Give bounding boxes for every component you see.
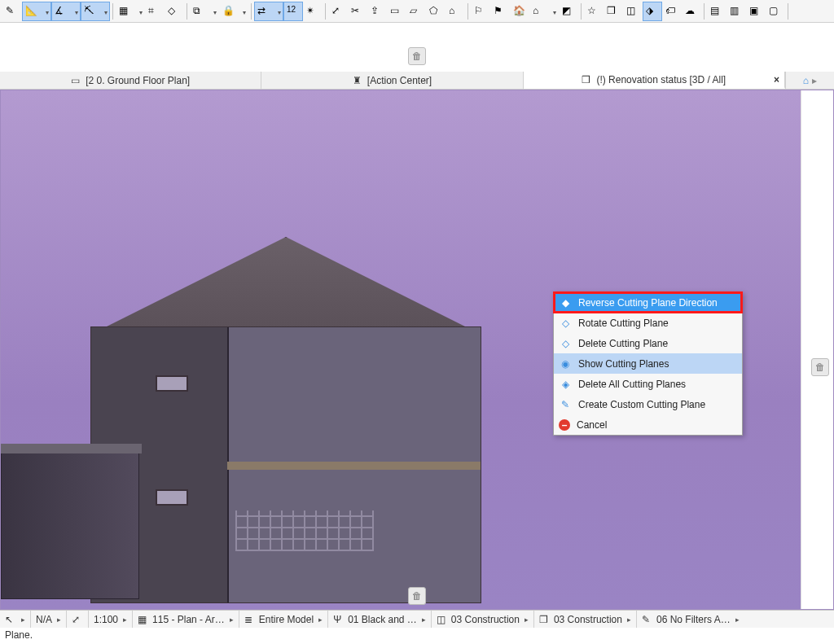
menu-reverse-cutting-plane[interactable]: ◆ Reverse Cutting Plane Direction: [554, 292, 742, 313]
edit2-icon[interactable]: ✂: [348, 2, 367, 21]
trash-drop-right-icon[interactable]: 🗑: [811, 358, 829, 376]
show-planes-icon: ◉: [559, 357, 572, 370]
chevron-right-icon[interactable]: ▸: [812, 75, 817, 86]
pencil-icon: ✎: [642, 614, 653, 625]
toggle1-icon[interactable]: ⇄: [254, 2, 283, 21]
status-mvo3-label: 03 Construction: [554, 614, 622, 625]
building-model: [50, 237, 473, 610]
menu-label: Cancel: [577, 419, 607, 431]
zoom-icon: ⤢: [72, 614, 83, 625]
floorplan-icon: ▭: [71, 75, 82, 86]
action-center-icon: ♜: [353, 75, 364, 86]
status-zoom[interactable]: ⤢: [67, 611, 89, 628]
edit4-icon[interactable]: ▭: [387, 2, 406, 21]
menu-create-custom-cutting-plane[interactable]: ✎ Create Custom Cutting Plane: [554, 394, 742, 414]
flag1-icon[interactable]: ⚐: [471, 2, 490, 21]
status-penset[interactable]: ▦115 - Plan - Ar…▸: [133, 611, 239, 628]
lock-icon[interactable]: 🔒: [219, 2, 248, 21]
door-icon[interactable]: ▢: [766, 2, 785, 21]
status-scale[interactable]: 1:100▸: [89, 611, 133, 628]
cloud-house-icon[interactable]: ⌂: [529, 2, 559, 21]
status-mvo1[interactable]: Ψ01 Black and …▸: [328, 611, 432, 628]
home-icon[interactable]: ⌂: [446, 2, 465, 21]
main-toolbar: ✎ 📐 ∡ ⛏ ▦ ⌗ ◇ ⧉ 🔒 ⇄ 12 ✴ ⤢ ✂ ⇪ ▭ ▱ ⬠ ⌂ ⚐…: [0, 0, 834, 23]
menu-label: Rotate Cutting Plane: [578, 318, 669, 329]
section-icon[interactable]: ◫: [623, 2, 643, 21]
cutting-plane-icon[interactable]: ⬗: [643, 2, 662, 21]
reverse-plane-icon: ◆: [559, 296, 572, 309]
snap1-icon[interactable]: ⌗: [145, 2, 165, 21]
star-icon[interactable]: ☆: [584, 2, 604, 21]
menu-label: Show Cutting Planes: [578, 358, 669, 370]
edit3-icon[interactable]: ⇪: [367, 2, 387, 21]
status-mvo1-label: 01 Black and …: [348, 614, 417, 625]
status-penset-label: 115 - Plan - Ar…: [152, 614, 225, 625]
menu-delete-all-cutting-planes[interactable]: ◈ Delete All Cutting Planes: [554, 374, 742, 394]
tab-floor-plan[interactable]: ▭ [2 0. Ground Floor Plan]: [0, 72, 261, 89]
status-filters-label: 06 No Filters A…: [656, 614, 731, 625]
angle-tool-icon[interactable]: ∡: [51, 2, 81, 21]
edit5-icon[interactable]: ▱: [406, 2, 426, 21]
window-icon[interactable]: ▣: [746, 2, 766, 21]
trash-drop-top-icon[interactable]: 🗑: [408, 47, 426, 65]
menu-rotate-cutting-plane[interactable]: ◇ Rotate Cutting Plane: [554, 313, 742, 333]
side-panel-strip: [801, 90, 833, 609]
tab-label: (!) Renovation status [3D / All]: [596, 74, 726, 85]
cursor-icon: ↖: [5, 614, 16, 625]
status-na[interactable]: N/A▸: [31, 611, 67, 628]
cube-icon[interactable]: ◩: [559, 2, 578, 21]
close-tab-icon[interactable]: ×: [774, 74, 779, 85]
tab-action-center[interactable]: ♜ [Action Center]: [261, 72, 523, 89]
hint-bar: Plane.: [0, 628, 834, 644]
pen-icon: ▦: [138, 614, 149, 625]
snap2-icon[interactable]: ◇: [165, 2, 184, 21]
layer-icon: ❐: [539, 614, 551, 625]
status-scale-label: 1:100: [94, 614, 118, 625]
status-mvo2-label: 03 Construction: [451, 614, 520, 625]
tag-icon[interactable]: 🏷: [662, 2, 682, 21]
hint-text: Plane.: [5, 629, 33, 641]
level-tool-icon[interactable]: ⛏: [81, 2, 110, 21]
grid-tool-icon[interactable]: ▦: [116, 2, 145, 21]
status-cursor[interactable]: ↖▸: [0, 611, 31, 628]
hatch2-icon[interactable]: ▥: [726, 2, 746, 21]
fork-icon: Ψ: [333, 614, 345, 625]
menu-delete-cutting-plane[interactable]: ◇ Delete Cutting Plane: [554, 333, 742, 353]
status-filters[interactable]: ✎06 No Filters A…▸: [637, 611, 834, 628]
status-mvo3[interactable]: ❐03 Construction▸: [534, 611, 637, 628]
menu-label: Delete All Cutting Planes: [578, 379, 686, 390]
cutting-plane-context-menu: ◆ Reverse Cutting Plane Direction ◇ Rota…: [553, 291, 743, 436]
cloud-icon[interactable]: ☁: [682, 2, 701, 21]
house1-icon[interactable]: 🏠: [510, 2, 529, 21]
hatch1-icon[interactable]: ▤: [707, 2, 726, 21]
tab-label: [Action Center]: [367, 75, 432, 86]
edit1-icon[interactable]: ⤢: [328, 2, 348, 21]
tab-renovation-3d[interactable]: ❒ (!) Renovation status [3D / All] ×: [524, 72, 785, 89]
section-s-icon: ◫: [437, 614, 448, 625]
delete-all-planes-icon: ◈: [559, 378, 572, 391]
status-model[interactable]: ≣Entire Model▸: [239, 611, 328, 628]
star-net-icon[interactable]: ✴: [303, 2, 323, 21]
status-mvo2[interactable]: ◫03 Construction▸: [432, 611, 534, 628]
house-blue-icon[interactable]: ⌂: [803, 75, 809, 86]
delete-plane-icon: ◇: [559, 337, 572, 350]
eyedropper-tool-icon[interactable]: ✎: [2, 2, 22, 21]
menu-label: Delete Cutting Plane: [578, 338, 668, 349]
measure-tool-icon[interactable]: 📐: [22, 2, 51, 21]
custom-plane-icon: ✎: [559, 398, 572, 411]
menu-cancel[interactable]: – Cancel: [554, 414, 742, 435]
group1-icon[interactable]: ⧉: [190, 2, 219, 21]
ruler12-icon[interactable]: 12: [283, 2, 303, 21]
status-na-label: N/A: [36, 614, 52, 625]
edit6-icon[interactable]: ⬠: [426, 2, 446, 21]
cube-icon: ❒: [582, 74, 593, 85]
tab-dock-controls: ⌂ ▸: [785, 72, 834, 89]
status-model-label: Entire Model: [259, 614, 314, 625]
layers-icon: ≣: [244, 614, 256, 625]
menu-show-cutting-planes[interactable]: ◉ Show Cutting Planes: [554, 353, 742, 374]
menu-label: Create Custom Cutting Plane: [578, 399, 705, 410]
status-bar: ↖▸ N/A▸ ⤢ 1:100▸ ▦115 - Plan - Ar…▸ ≣Ent…: [0, 610, 834, 628]
trash-drop-bottom-icon[interactable]: 🗑: [408, 587, 426, 605]
flag2-icon[interactable]: ⚑: [490, 2, 510, 21]
box3d-icon[interactable]: ❒: [604, 2, 623, 21]
